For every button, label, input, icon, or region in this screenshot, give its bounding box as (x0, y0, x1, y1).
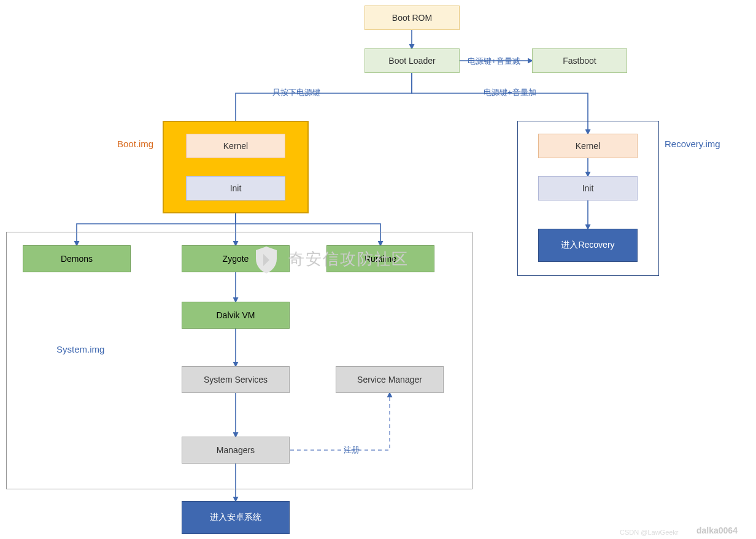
node-service-manager: Service Manager (336, 366, 444, 393)
node-boot-rom: Boot ROM (364, 6, 460, 30)
label-system-img: System.img (56, 344, 104, 354)
node-label: Zygote (223, 254, 249, 264)
watermark: 奇安信攻防社区 (253, 245, 409, 275)
attribution-2: dalka0064 (696, 526, 738, 535)
node-label: Dalvik VM (216, 310, 255, 320)
node-label: 进入安卓系统 (210, 512, 261, 523)
node-kernel-boot: Kernel (186, 134, 285, 158)
node-managers: Managers (182, 437, 290, 464)
watermark-text: 奇安信攻防社区 (288, 250, 409, 268)
node-label: Init (230, 183, 242, 193)
shield-icon (253, 245, 279, 275)
node-label: Kernel (223, 141, 248, 151)
node-init-recovery: Init (538, 176, 638, 201)
node-init-boot: Init (186, 176, 285, 201)
node-label: 进入Recovery (561, 240, 614, 251)
label-recovery-img: Recovery.img (665, 139, 720, 149)
node-label: Fastboot (563, 56, 596, 66)
node-enter-android: 进入安卓系统 (182, 501, 290, 534)
edge-label-vol-down: 电源键+音量减 (468, 56, 520, 67)
node-label: Managers (217, 445, 255, 455)
node-label: System Services (204, 375, 268, 384)
node-label: Boot ROM (392, 13, 432, 23)
edge-label-power-only: 只按下电源键 (272, 87, 320, 98)
node-label: Service Manager (357, 375, 422, 384)
label-boot-img: Boot.img (117, 139, 153, 149)
node-kernel-recovery: Kernel (538, 134, 638, 158)
edge-label-vol-up: 电源键+音量加 (484, 87, 536, 98)
node-label: Init (582, 183, 594, 193)
node-label: Boot Loader (388, 56, 435, 66)
node-boot-loader: Boot Loader (364, 48, 460, 73)
diagram-canvas: Boot ROM Boot Loader Fastboot 电源键+音量减 只按… (0, 0, 756, 539)
attribution: CSDN @LawGeekr (620, 529, 679, 536)
node-label: Demons (61, 254, 93, 264)
node-dalvik: Dalvik VM (182, 302, 290, 329)
node-enter-recovery: 进入Recovery (538, 229, 638, 262)
node-system-services: System Services (182, 366, 290, 393)
node-label: Kernel (576, 141, 600, 151)
node-demons: Demons (23, 245, 131, 272)
node-fastboot: Fastboot (532, 48, 627, 73)
